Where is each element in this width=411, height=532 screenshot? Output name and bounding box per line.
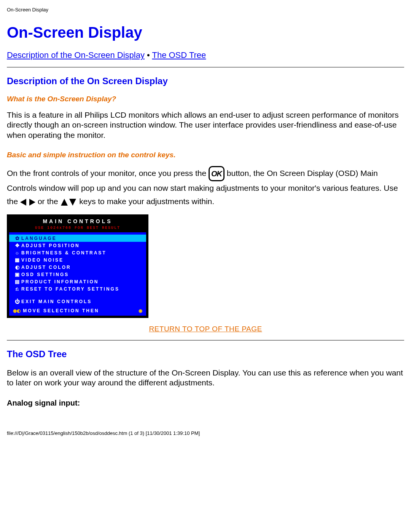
nav-arrows-icon: ◉◐ xyxy=(13,308,21,313)
page-title: On-Screen Display xyxy=(7,24,404,41)
return-to-top: RETURN TO TOP OF THE PAGE xyxy=(7,325,404,333)
up-down-arrows-icon xyxy=(60,198,77,206)
osd-item-product-information: ▤PRODUCT INFORMATION xyxy=(9,278,146,285)
section-heading-description: Description of the On Screen Display xyxy=(7,76,404,86)
settings-icon: ▣ xyxy=(13,272,21,277)
subheading-basic-instruction: Basic and simple instruction on the cont… xyxy=(7,151,404,159)
svg-marker-1 xyxy=(29,199,35,206)
osd-resolution-warning: USE 1024x768 FOR BEST RESULT xyxy=(9,226,146,232)
subheading-what-is-osd: What is the On-Screen Display? xyxy=(7,95,404,103)
text-fragment: keys to make your adjustments within. xyxy=(79,197,214,206)
ok-button-icon: OK xyxy=(209,166,225,181)
paragraph-osd-tree: Below is an overall view of the structur… xyxy=(7,368,404,388)
globe-icon: ✿ xyxy=(13,235,21,241)
osd-item-brightness-contrast: ☼BRIGHTNESS & CONTRAST xyxy=(9,249,146,256)
osd-item-exit: ⏻EXIT MAIN CONTROLS xyxy=(9,298,146,305)
osd-screenshot: MAIN CONTROLS USE 1024x768 FOR BEST RESU… xyxy=(7,214,148,318)
bullet-separator: • xyxy=(147,50,152,60)
osd-item-osd-settings: ▣OSD SETTINGS xyxy=(9,271,146,278)
brightness-icon: ☼ xyxy=(13,250,21,256)
color-icon: ◐ xyxy=(13,264,21,270)
paragraph-control-keys: On the front controls of your monitor, o… xyxy=(7,166,404,208)
svg-marker-0 xyxy=(20,199,26,206)
reset-icon: ⎌ xyxy=(13,286,21,292)
osd-footer: ◉◐ MOVE SELECTION THEN ◉ xyxy=(9,306,146,316)
exit-icon: ⏻ xyxy=(13,299,21,304)
osd-item-adjust-position: ✥ADJUST POSITION xyxy=(9,242,146,249)
position-icon: ✥ xyxy=(13,243,21,248)
paragraph-osd-description: This is a feature in all Philips LCD mon… xyxy=(7,110,404,140)
osd-title: MAIN CONTROLS xyxy=(9,217,146,226)
breadcrumb: On-Screen Display xyxy=(7,7,404,13)
osd-item-reset-factory: ⎌RESET TO FACTORY SETTINGS xyxy=(9,285,146,292)
noise-icon: ▦ xyxy=(13,257,21,263)
svg-marker-3 xyxy=(69,199,76,206)
analog-signal-label: Analog signal input: xyxy=(7,399,404,407)
left-right-arrows-icon xyxy=(20,198,35,206)
ok-small-icon: ◉ xyxy=(139,308,142,313)
osd-menu-body: ✿LANGUAGE ✥ADJUST POSITION ☼BRIGHTNESS &… xyxy=(9,232,146,306)
footer-file-path: file:///D|/Grace/03115/english/150b2b/os… xyxy=(7,430,404,436)
link-description[interactable]: Description of the On-Screen Display xyxy=(7,50,145,60)
text-fragment: or the xyxy=(38,197,61,206)
text-fragment: On the front controls of your monitor, o… xyxy=(7,168,209,177)
link-osd-tree[interactable]: The OSD Tree xyxy=(152,50,206,60)
section-heading-osd-tree: The OSD Tree xyxy=(7,349,404,359)
svg-marker-2 xyxy=(61,199,68,206)
info-icon: ▤ xyxy=(13,279,21,284)
return-to-top-link[interactable]: RETURN TO TOP OF THE PAGE xyxy=(149,325,262,333)
osd-item-video-noise: ▦VIDEO NOISE xyxy=(9,256,146,264)
osd-item-adjust-color: ◐ADJUST COLOR xyxy=(9,264,146,271)
divider xyxy=(7,67,404,67)
divider xyxy=(7,340,404,340)
top-nav: Description of the On-Screen Display • T… xyxy=(7,50,404,60)
osd-item-language: ✿LANGUAGE xyxy=(9,235,146,242)
